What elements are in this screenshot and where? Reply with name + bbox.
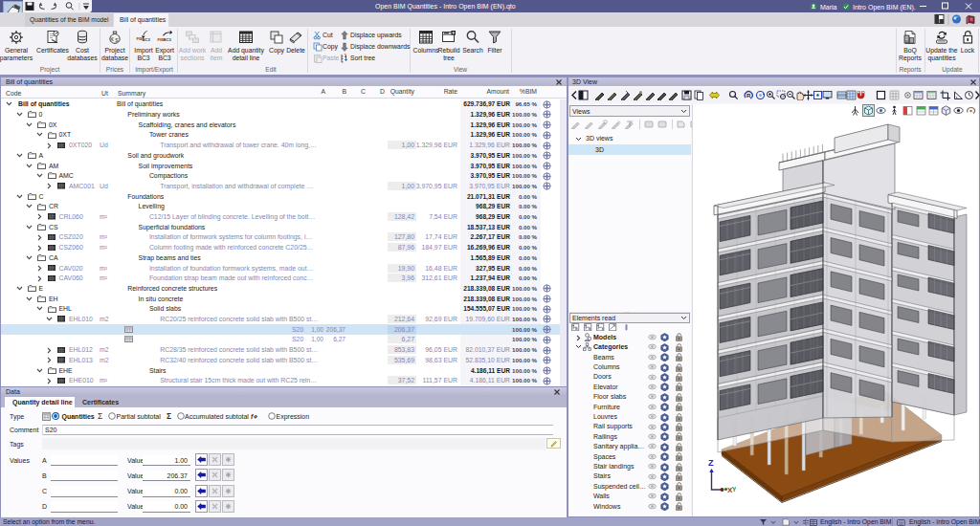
svg-text:R: R	[746, 93, 751, 99]
svg-text:Intro Open BIM (EN).: Intro Open BIM (EN).	[853, 4, 916, 11]
svg-text:Y: Y	[732, 485, 737, 493]
svg-text:Z: Z	[708, 458, 714, 468]
svg-text:BC3: BC3	[164, 37, 172, 42]
svg-text:Maria: Maria	[820, 4, 837, 11]
svg-text:1: 1	[345, 54, 347, 58]
